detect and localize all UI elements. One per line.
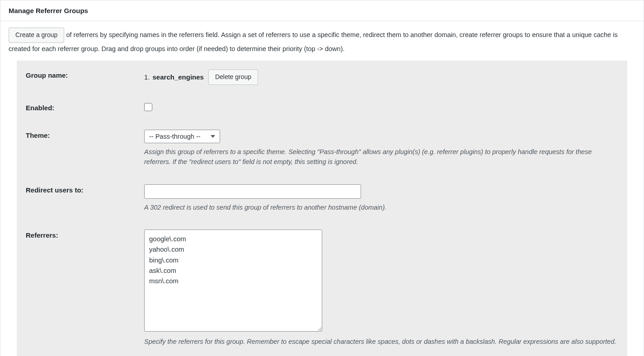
row-group-name: Group name: 1. search_engines Delete gro… bbox=[26, 70, 618, 85]
row-enabled: Enabled: bbox=[26, 102, 618, 112]
enabled-checkbox[interactable] bbox=[144, 103, 152, 111]
row-redirect: Redirect users to: A 302 redirect is use… bbox=[26, 184, 618, 212]
value-theme: -- Pass-through -- Assign this group of … bbox=[144, 130, 618, 167]
redirect-input[interactable] bbox=[144, 184, 361, 199]
referrer-groups-panel: Manage Referrer Groups Create a group of… bbox=[0, 0, 644, 356]
label-referrers: Referrers: bbox=[26, 230, 144, 239]
panel-header: Manage Referrer Groups bbox=[0, 0, 644, 21]
value-redirect: A 302 redirect is used to send this grou… bbox=[144, 184, 618, 212]
referrers-help-text: Specify the referrers for this group. Re… bbox=[144, 337, 618, 347]
intro-text: Create a group of referrers by specifyin… bbox=[9, 28, 635, 55]
group-settings-box: Group name: 1. search_engines Delete gro… bbox=[17, 61, 627, 356]
theme-help-text: Assign this group of referrers to a spec… bbox=[144, 147, 618, 167]
label-theme: Theme: bbox=[26, 130, 144, 139]
intro-description: of referrers by specifying names in the … bbox=[9, 31, 618, 52]
value-group-name: 1. search_engines Delete group bbox=[144, 70, 618, 85]
value-enabled bbox=[144, 102, 618, 112]
label-enabled: Enabled: bbox=[26, 102, 144, 112]
group-number: 1. bbox=[144, 73, 150, 81]
panel-body: Create a group of referrers by specifyin… bbox=[0, 21, 644, 356]
label-redirect: Redirect users to: bbox=[26, 184, 144, 194]
value-referrers: Specify the referrers for this group. Re… bbox=[144, 230, 618, 347]
group-title-line: 1. search_engines Delete group bbox=[144, 70, 618, 85]
delete-group-button[interactable]: Delete group bbox=[208, 70, 258, 85]
group-name-text: search_engines bbox=[153, 73, 204, 81]
referrers-textarea[interactable] bbox=[144, 230, 322, 332]
panel-title: Manage Referrer Groups bbox=[9, 7, 635, 14]
theme-select[interactable]: -- Pass-through -- bbox=[144, 130, 220, 143]
row-theme: Theme: -- Pass-through -- Assign this gr… bbox=[26, 130, 618, 167]
row-referrers: Referrers: Specify the referrers for thi… bbox=[26, 230, 618, 347]
label-group-name: Group name: bbox=[26, 70, 144, 79]
redirect-help-text: A 302 redirect is used to send this grou… bbox=[144, 202, 618, 212]
create-group-button[interactable]: Create a group bbox=[9, 28, 64, 43]
